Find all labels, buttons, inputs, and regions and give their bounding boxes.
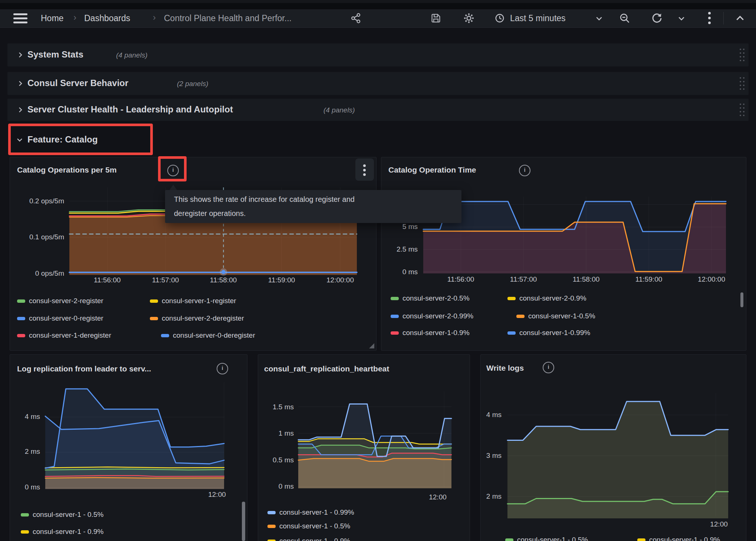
- panel-resize-handle[interactable]: [369, 343, 374, 348]
- y-tick: 2 ms: [461, 492, 502, 501]
- chart-write-logs[interactable]: [507, 393, 728, 517]
- tooltip-arrow: [169, 185, 177, 190]
- legend-swatch: [17, 334, 25, 337]
- legend-scrollbar[interactable]: [242, 502, 245, 541]
- legend-label: consul-server-1 - 0.99%: [279, 508, 354, 517]
- x-tick: 11:59:00: [625, 275, 673, 283]
- row-panel-count: (4 panels): [116, 51, 148, 59]
- panel-title-catalog-operations[interactable]: Catalog Operations per 5m: [17, 165, 116, 174]
- legend-label: consul-server-1-0.5%: [528, 312, 595, 320]
- chart-catalog-operation-time[interactable]: [423, 197, 726, 272]
- legend-item[interactable]: consul-server-2-0.99%: [391, 312, 473, 320]
- row-title: Server Cluster Health - Leadership and A…: [27, 104, 233, 115]
- row-title: Consul Server Behavior: [27, 78, 128, 88]
- time-range-picker[interactable]: Last 5 minutes: [510, 13, 566, 23]
- legend-label: consul-server-1 - 0.9%: [33, 528, 103, 536]
- y-tick: 3 ms: [461, 452, 502, 460]
- drag-handle-icon[interactable]: [740, 49, 745, 61]
- legend-label: consul-server-2-0.9%: [519, 294, 586, 302]
- y-tick: 0.1 ops/5m: [23, 233, 64, 241]
- legend-scrollbar[interactable]: [740, 292, 743, 307]
- collapse-icon[interactable]: [735, 14, 745, 22]
- drag-handle-icon[interactable]: [740, 104, 745, 116]
- panel-title-write-logs[interactable]: Write logs: [486, 364, 524, 373]
- legend-label: consul-server-2-0.99%: [402, 312, 473, 320]
- gear-icon[interactable]: [463, 12, 475, 24]
- refresh-icon[interactable]: [651, 12, 663, 24]
- legend-swatch: [267, 511, 276, 514]
- info-icon[interactable]: i: [519, 165, 530, 176]
- legend-swatch: [150, 299, 158, 303]
- breadcrumb-separator: ›: [73, 12, 76, 23]
- legend-item[interactable]: consul-server-1-deregister: [17, 331, 111, 340]
- legend-item[interactable]: consul-server-1 - 0.5%: [267, 522, 350, 530]
- legend-item[interactable]: consul-server-1 - 0.9%: [637, 536, 720, 541]
- legend-item[interactable]: consul-server-0-deregister: [161, 331, 255, 340]
- legend-label: consul-server-2-deregister: [162, 314, 244, 322]
- legend-swatch: [17, 299, 25, 303]
- legend-swatch: [507, 331, 516, 335]
- drag-handle-icon[interactable]: [740, 77, 745, 89]
- zoom-out-icon[interactable]: [619, 12, 631, 24]
- legend-item[interactable]: consul-server-1-0.5%: [516, 312, 595, 320]
- row-server-cluster-health[interactable]: Server Cluster Health - Leadership and A…: [7, 99, 749, 121]
- window-top-strip: [0, 0, 756, 3]
- grafana-dashboard: { "navbar": { "breadcrumb": {"home": "Ho…: [0, 0, 756, 541]
- x-tick: 12:00: [700, 520, 737, 528]
- legend-item[interactable]: consul-server-1 - 0.5%: [505, 536, 588, 541]
- legend-label: consul-server-1 - 0.5%: [33, 511, 103, 519]
- clock-icon[interactable]: [494, 13, 505, 23]
- kebab-icon[interactable]: [700, 11, 716, 26]
- y-tick: 0.2 ops/5m: [23, 197, 64, 205]
- legend-item[interactable]: consul-server-2-register: [17, 297, 103, 305]
- legend-item[interactable]: consul-server-0-register: [17, 314, 103, 322]
- highlight-box-info-icon: [158, 156, 187, 181]
- info-icon[interactable]: i: [217, 363, 228, 374]
- info-icon[interactable]: i: [543, 362, 554, 373]
- x-tick: 12:00: [198, 491, 236, 499]
- chevron-right-icon: [17, 106, 24, 113]
- legend-item[interactable]: consul-server-2-0.5%: [391, 294, 470, 302]
- panel-title-log-replication[interactable]: Log replication from leader to serv...: [17, 364, 151, 373]
- chart-raft-heartbeat[interactable]: [298, 391, 451, 487]
- breadcrumb-dashboards[interactable]: Dashboards: [84, 13, 130, 23]
- panel-menu-button[interactable]: [355, 158, 374, 181]
- legend-label: consul-server-0-deregister: [173, 331, 255, 340]
- legend-item[interactable]: consul-server-1-register: [150, 297, 236, 305]
- chevron-right-icon: [17, 80, 24, 87]
- share-icon[interactable]: [351, 13, 362, 24]
- panel-title-raft-heartbeat[interactable]: consul_raft_replication_heartbeat: [264, 364, 389, 373]
- legend-item[interactable]: consul-server-2-deregister: [150, 314, 244, 322]
- legend-item[interactable]: consul-server-1-0.99%: [507, 329, 590, 337]
- legend-swatch: [150, 317, 158, 320]
- legend-label: consul-server-1 - 0.9%: [649, 536, 720, 541]
- legend-item[interactable]: consul-server-1 - 0.9%: [21, 528, 103, 536]
- legend-item[interactable]: consul-server-1-0.9%: [391, 329, 470, 337]
- legend-label: consul-server-1 - 0.5%: [517, 536, 588, 541]
- legend-item[interactable]: consul-server-2-0.9%: [507, 294, 586, 302]
- row-consul-server-behavior[interactable]: Consul Server Behavior (2 panels): [7, 72, 749, 95]
- y-tick: 4 ms: [461, 411, 502, 419]
- legend-item[interactable]: consul-server-1 - 0.99%: [267, 508, 354, 517]
- chevron-down-icon[interactable]: [678, 16, 685, 22]
- chart-log-replication[interactable]: [45, 382, 224, 488]
- panel-title-catalog-operation-time[interactable]: Catalog Operation Time: [388, 165, 476, 174]
- y-tick: 0.5 ms: [253, 456, 294, 464]
- save-icon[interactable]: [430, 13, 441, 24]
- legend-swatch: [17, 317, 25, 320]
- y-tick: 2 ms: [0, 447, 40, 456]
- tooltip-text: This shows the rate of increase for cata…: [174, 195, 355, 204]
- row-panel-count: (4 panels): [323, 106, 355, 114]
- breadcrumb-home[interactable]: Home: [41, 13, 63, 23]
- row-system-stats[interactable]: System Stats (4 panels): [7, 43, 749, 66]
- chevron-down-icon[interactable]: [595, 16, 603, 22]
- window-chrome: [0, 3, 756, 9]
- legend-swatch: [267, 540, 276, 541]
- y-tick: 1 ms: [253, 429, 294, 437]
- legend-label: consul-server-1-0.9%: [402, 329, 470, 337]
- x-tick: 12:00: [419, 493, 456, 501]
- legend-item[interactable]: consul-server-1 - 0.5%: [21, 511, 103, 519]
- row-panel-count: (2 panels): [177, 80, 208, 88]
- menu-icon[interactable]: [13, 13, 27, 23]
- legend-item[interactable]: consul-server-1 - 0.9%: [267, 537, 350, 541]
